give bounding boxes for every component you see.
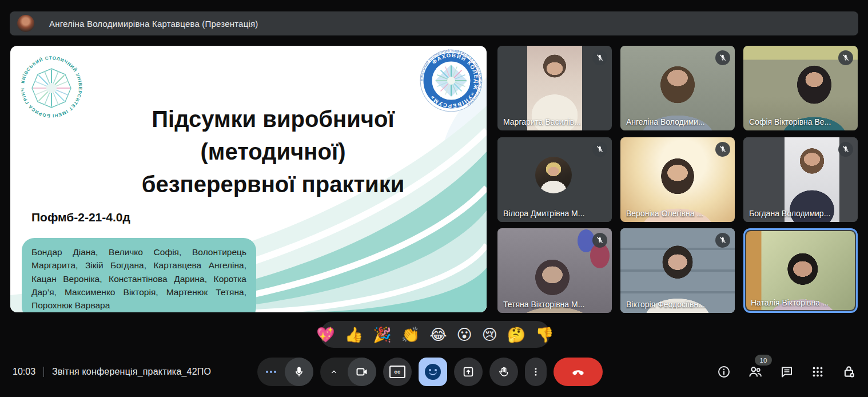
chat-icon	[780, 365, 794, 379]
mic-muted-icon	[715, 233, 730, 248]
reaction-thumbs-up[interactable]: 👍	[345, 327, 363, 342]
participant-tile[interactable]: Тетяна Вікторівна М...	[497, 228, 612, 313]
clock-time: 10:03	[13, 367, 35, 377]
slide-group-code: Пофмб-2-21-4.0д	[31, 211, 130, 224]
participant-name: Наталія Вікторівна ...	[751, 298, 829, 307]
grid-icon	[811, 365, 825, 379]
captions-button[interactable]: cc	[383, 358, 412, 386]
audio-activity-icon[interactable]	[257, 371, 285, 373]
present-button[interactable]	[454, 358, 483, 386]
participant-tile-active-speaker[interactable]: Наталія Вікторівна ...	[743, 228, 858, 313]
reactions-toggle-button[interactable]	[419, 358, 447, 386]
end-call-icon	[571, 364, 586, 379]
reaction-thumbs-down[interactable]: 👎	[535, 327, 554, 342]
participant-tile[interactable]: Вілора Дмитрівна М...	[497, 137, 612, 222]
participant-tile[interactable]: Богдана Володимир...	[743, 137, 858, 222]
participant-avatar	[535, 157, 572, 193]
host-controls-button[interactable]	[842, 364, 857, 379]
chat-button[interactable]	[780, 365, 794, 379]
participant-tile[interactable]: Вероніка Олегівна ...	[620, 137, 735, 222]
participants-button[interactable]: 10	[748, 364, 763, 379]
chevron-up-icon[interactable]	[320, 367, 348, 376]
captions-icon: cc	[389, 366, 405, 378]
smiley-icon	[425, 364, 441, 380]
mic-muted-icon	[715, 50, 730, 65]
meeting-info: 10:03 Звітня конференція_практика_42ПО	[13, 358, 211, 386]
participant-name: Вілора Дмитрівна М...	[503, 209, 584, 218]
presentation-slide[interactable]: КИЇВСЬКИЙ СТОЛИЧНИЙ УНІВЕРСИТЕТ ІМЕНІ БО…	[10, 46, 487, 312]
presenter-bar[interactable]: Ангеліна Володимирівна Картавцева (Презе…	[10, 11, 858, 35]
lock-icon	[842, 364, 857, 379]
mic-muted-icon	[592, 142, 607, 157]
reaction-laugh[interactable]: 😂	[429, 327, 447, 342]
info-icon	[717, 365, 731, 379]
end-call-button[interactable]	[554, 358, 603, 386]
more-vertical-icon	[531, 367, 541, 377]
participant-tile[interactable]: Ангеліна Володими...	[620, 46, 735, 130]
camera-icon[interactable]	[348, 358, 376, 386]
participant-name: Маргарита Василів...	[503, 117, 581, 126]
participant-name: Ангеліна Володими...	[626, 117, 705, 126]
reaction-heart[interactable]: 💖	[316, 327, 335, 342]
participant-name: Богдана Володимир...	[749, 209, 830, 218]
info-button[interactable]	[717, 365, 731, 379]
slide-title: Підсумки виробничої (методичної) безпере…	[59, 103, 487, 201]
mic-muted-icon	[838, 142, 853, 157]
participant-name: Вікторія Феодосіївн...	[626, 300, 705, 309]
participant-tile[interactable]: Софія Вікторівна Ве...	[743, 46, 858, 130]
camera-button[interactable]	[320, 358, 376, 386]
participant-name: Тетяна Вікторівна М...	[503, 300, 584, 309]
divider	[43, 367, 44, 377]
mic-muted-icon	[838, 50, 853, 65]
meeting-panels: 10	[717, 358, 857, 386]
participant-tile[interactable]: Вікторія Феодосіївн...	[620, 228, 735, 313]
more-options-button[interactable]	[525, 358, 547, 386]
slide-students-list: Бондар Діана, Величко Софія, Волонтирець…	[22, 238, 256, 312]
participants-count-badge: 10	[755, 355, 772, 366]
presenter-avatar	[17, 15, 34, 32]
participant-name: Вероніка Олегівна ...	[626, 209, 703, 218]
reaction-cry[interactable]: 😢	[482, 327, 497, 342]
participant-name: Софія Вікторівна Ве...	[749, 117, 831, 126]
mic-muted-icon	[592, 50, 607, 65]
activities-button[interactable]	[811, 365, 825, 379]
reaction-thinking[interactable]: 🤔	[507, 327, 525, 342]
people-icon	[748, 364, 763, 379]
mic-button[interactable]	[257, 358, 313, 386]
hand-icon	[497, 366, 510, 378]
raise-hand-button[interactable]	[489, 358, 518, 386]
presenter-name: Ангеліна Володимирівна Картавцева (Презе…	[49, 19, 258, 29]
reactions-bar: 💖 👍 🎉 👏 😂 😮 😢 🤔 👎	[320, 321, 550, 348]
participant-tile[interactable]: Маргарита Василів...	[497, 46, 612, 130]
reaction-surprised[interactable]: 😮	[457, 327, 472, 342]
reaction-clap[interactable]: 👏	[401, 327, 420, 342]
reaction-party[interactable]: 🎉	[373, 327, 391, 342]
mic-icon[interactable]	[285, 358, 313, 386]
mic-muted-icon	[715, 142, 730, 157]
mic-muted-icon	[592, 233, 607, 248]
call-controls: cc	[257, 358, 603, 386]
meeting-name: Звітня конференція_практика_42ПО	[52, 367, 211, 377]
present-icon	[462, 366, 475, 378]
